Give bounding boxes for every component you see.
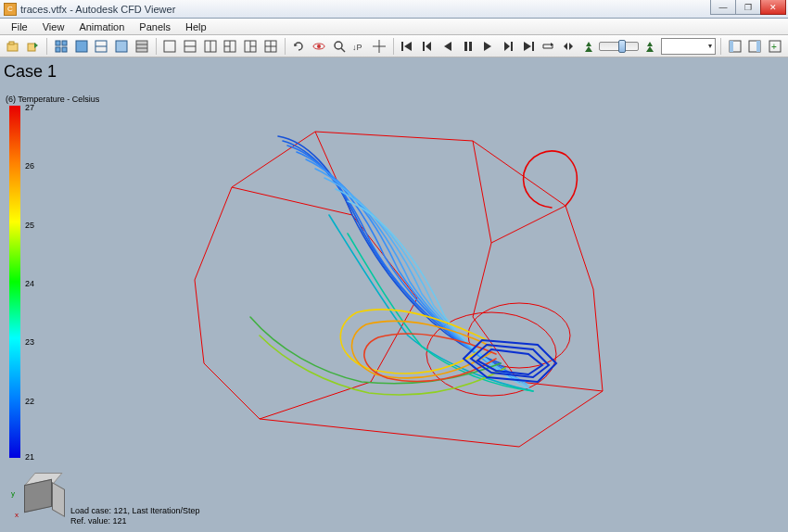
- window-title: traces.vtfx - Autodesk CFD Viewer: [20, 4, 175, 15]
- panel-1-button[interactable]: [726, 37, 744, 56]
- single-view-icon: [75, 40, 88, 53]
- view-mode-3-button[interactable]: [93, 37, 111, 56]
- svg-rect-14: [164, 41, 175, 52]
- menu-panels[interactable]: Panels: [132, 19, 178, 34]
- legend-tick: 24: [25, 279, 34, 288]
- legend-tick: 22: [25, 397, 34, 406]
- tree-up-icon: [643, 40, 656, 53]
- svg-text:↓P: ↓P: [352, 43, 362, 52]
- view-mode-2-button[interactable]: [72, 37, 91, 56]
- first-frame-button[interactable]: [399, 37, 417, 56]
- svg-rect-36: [423, 42, 425, 51]
- svg-rect-5: [56, 47, 60, 52]
- cube-side-face: [52, 482, 65, 517]
- viewport-3d[interactable]: Case 1 (6) Temperature - Celsius 27 26 2…: [0, 57, 788, 532]
- folder-open-icon: [6, 40, 19, 53]
- next-frame-button[interactable]: [499, 37, 517, 56]
- cube-front-face: [24, 479, 52, 513]
- bounce-button[interactable]: [559, 37, 578, 56]
- orbit-icon: [312, 40, 325, 53]
- play-icon: [481, 40, 494, 53]
- app-icon: C: [4, 3, 17, 16]
- toolbar: ↓P +: [0, 35, 788, 57]
- svg-rect-1: [9, 42, 14, 44]
- view-mode-5-button[interactable]: [133, 37, 151, 56]
- layout-3a-icon: [223, 40, 236, 53]
- menu-animation[interactable]: Animation: [71, 19, 132, 34]
- svg-rect-37: [464, 42, 467, 51]
- view-mode-4-button[interactable]: [112, 37, 131, 56]
- speed-up-button[interactable]: [641, 37, 659, 56]
- close-button[interactable]: ✕: [760, 0, 786, 15]
- loop-icon: [541, 40, 554, 53]
- play-button[interactable]: [478, 37, 497, 56]
- layout-6-button[interactable]: [261, 37, 280, 56]
- titlebar: C traces.vtfx - Autodesk CFD Viewer — ❐ …: [0, 0, 788, 19]
- svg-rect-6: [62, 47, 67, 52]
- maximize-button[interactable]: ❐: [735, 0, 761, 15]
- last-frame-button[interactable]: [519, 37, 538, 56]
- layout-hsplit-icon: [184, 40, 197, 53]
- layout-4-button[interactable]: [222, 37, 240, 56]
- svg-rect-42: [730, 41, 733, 52]
- minimize-button[interactable]: —: [710, 0, 736, 15]
- crosshair-button[interactable]: [370, 37, 388, 56]
- svg-text:+: +: [771, 42, 777, 52]
- texture-icon: [135, 40, 148, 53]
- export-button[interactable]: [24, 37, 43, 56]
- panel-3-button[interactable]: +: [766, 37, 784, 56]
- bounce-icon: [562, 40, 575, 53]
- layout-5-button[interactable]: [241, 37, 260, 56]
- menu-view[interactable]: View: [35, 19, 72, 34]
- open-button[interactable]: [4, 37, 22, 56]
- prev-frame-button[interactable]: [418, 37, 437, 56]
- layout-quad-icon: [264, 40, 277, 53]
- svg-point-30: [335, 42, 342, 49]
- pause-button[interactable]: [459, 37, 477, 56]
- toolbar-separator: [156, 38, 157, 55]
- svg-rect-44: [756, 41, 760, 52]
- orbit-button[interactable]: [310, 37, 328, 56]
- cfd-streamlines: [167, 104, 649, 456]
- skip-first-icon: [400, 40, 413, 53]
- svg-rect-38: [469, 42, 472, 51]
- frame-combo[interactable]: [661, 38, 716, 55]
- orientation-cube[interactable]: x y: [11, 476, 57, 523]
- zoom-button[interactable]: [330, 37, 349, 56]
- legend-tick: 25: [25, 221, 34, 230]
- layout-single-icon: [163, 40, 176, 53]
- panel-left-icon: [729, 40, 742, 53]
- svg-rect-10: [116, 41, 127, 52]
- svg-line-31: [341, 48, 345, 52]
- refresh-button[interactable]: [289, 37, 308, 56]
- skip-prev-icon: [421, 40, 434, 53]
- svg-rect-35: [401, 42, 403, 51]
- layout-3-button[interactable]: [201, 37, 220, 56]
- slider-thumb[interactable]: [618, 40, 626, 53]
- speed-slider[interactable]: [599, 42, 639, 51]
- loop-button[interactable]: [539, 37, 557, 56]
- y-axis-label: y: [11, 489, 15, 498]
- menu-help[interactable]: Help: [178, 19, 214, 34]
- panel-add-icon: +: [769, 40, 782, 53]
- panel-2-button[interactable]: [746, 37, 765, 56]
- svg-rect-3: [56, 41, 60, 45]
- legend-title: (6) Temperature - Celsius: [6, 95, 99, 104]
- speed-down-button[interactable]: [579, 37, 598, 56]
- legend-tick: 21: [25, 452, 34, 462]
- svg-rect-40: [532, 42, 534, 51]
- window-controls: — ❐ ✕: [711, 0, 786, 15]
- menu-file[interactable]: File: [4, 19, 35, 34]
- crosshair-icon: [373, 40, 386, 53]
- view-mode-1-button[interactable]: [52, 37, 70, 56]
- grid-icon: [55, 40, 68, 53]
- refresh-icon: [292, 40, 305, 53]
- shaded-icon: [115, 40, 128, 53]
- layout-1-button[interactable]: [160, 37, 179, 56]
- play-reverse-button[interactable]: [438, 37, 457, 56]
- probe-button[interactable]: ↓P: [350, 37, 368, 56]
- layout-2-button[interactable]: [181, 37, 199, 56]
- svg-rect-2: [28, 44, 35, 51]
- toolbar-separator: [46, 38, 47, 55]
- svg-rect-4: [62, 41, 67, 45]
